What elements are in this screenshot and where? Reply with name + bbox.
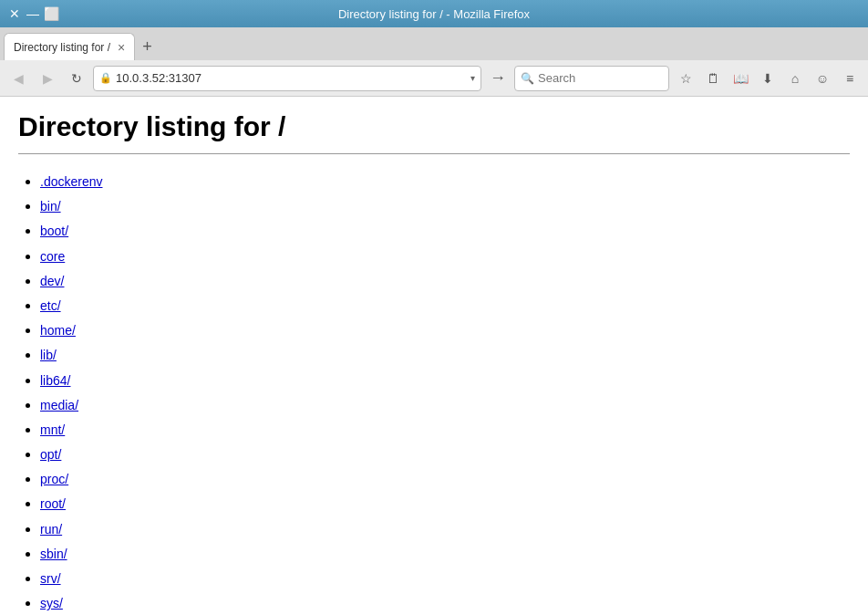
list-item: lib64/ <box>40 368 850 392</box>
dir-link[interactable]: srv/ <box>40 571 61 586</box>
reader-view-button[interactable]: 🗒 <box>700 66 726 91</box>
search-bar: 🔍 <box>514 66 669 91</box>
dir-link[interactable]: bin/ <box>40 199 61 214</box>
list-item: sbin/ <box>40 541 850 566</box>
dir-link[interactable]: sys/ <box>40 596 63 610</box>
window-title: Directory listing for / - Mozilla Firefo… <box>338 7 530 21</box>
search-icon: 🔍 <box>521 72 534 85</box>
home-button[interactable]: ⌂ <box>782 66 808 91</box>
go-button[interactable]: → <box>485 66 511 91</box>
dir-link[interactable]: sbin/ <box>40 547 67 561</box>
list-item: srv/ <box>40 566 850 590</box>
list-item: proc/ <box>40 466 850 491</box>
list-item: dev/ <box>40 268 850 293</box>
list-item: home/ <box>40 318 850 342</box>
list-item: run/ <box>40 516 850 541</box>
list-item: core <box>40 244 850 268</box>
menu-button[interactable]: ≡ <box>837 66 863 91</box>
dir-link[interactable]: lib64/ <box>40 373 70 388</box>
list-item: opt/ <box>40 442 850 466</box>
dir-link[interactable]: home/ <box>40 323 76 338</box>
bookmark-star-button[interactable]: ☆ <box>673 66 698 91</box>
top-divider <box>18 153 850 154</box>
titlebar-controls: ✕ — ⬜ <box>7 6 58 21</box>
forward-button[interactable]: ▶ <box>35 66 60 91</box>
navbar: ◀ ▶ ↻ 🔒 ▾ → 🔍 ☆ 🗒 📖 ⬇ ⌂ ☺ ≡ <box>0 60 868 97</box>
dir-link[interactable]: mnt/ <box>40 422 65 437</box>
dir-link[interactable]: boot/ <box>40 224 68 238</box>
titlebar: ✕ — ⬜ Directory listing for / - Mozilla … <box>0 0 868 27</box>
dir-link[interactable]: proc/ <box>40 472 68 486</box>
active-tab[interactable]: Directory listing for / × <box>4 33 135 60</box>
download-button[interactable]: ⬇ <box>755 66 780 91</box>
lock-icon: 🔒 <box>99 72 112 84</box>
tabbar: Directory listing for / × + <box>0 27 868 60</box>
list-item: boot/ <box>40 218 850 243</box>
dir-link[interactable]: lib/ <box>40 348 57 362</box>
list-item: lib/ <box>40 342 850 367</box>
list-item: bin/ <box>40 193 850 218</box>
directory-list: .dockerenvbin/boot/coredev/etc/home/lib/… <box>18 169 850 615</box>
new-tab-button[interactable]: + <box>137 37 158 57</box>
close-icon[interactable]: ✕ <box>7 6 22 21</box>
dir-link[interactable]: opt/ <box>40 447 61 462</box>
dir-link[interactable]: dev/ <box>40 274 64 288</box>
dir-link[interactable]: core <box>40 249 65 264</box>
list-item: root/ <box>40 491 850 516</box>
minimize-icon[interactable]: — <box>26 6 40 21</box>
address-bar: 🔒 ▾ <box>93 66 481 91</box>
address-dropdown-icon[interactable]: ▾ <box>470 73 475 83</box>
page-title: Directory listing for / <box>18 111 850 142</box>
address-input[interactable] <box>116 71 467 85</box>
list-item: sys/ <box>40 590 850 615</box>
dir-link[interactable]: .dockerenv <box>40 174 102 189</box>
sync-button[interactable]: ☺ <box>810 66 835 91</box>
list-item: media/ <box>40 392 850 417</box>
list-item: mnt/ <box>40 417 850 442</box>
search-input[interactable] <box>538 71 647 85</box>
dir-link[interactable]: root/ <box>40 496 66 511</box>
list-item: .dockerenv <box>40 169 850 193</box>
dir-link[interactable]: run/ <box>40 522 62 537</box>
pocket-button[interactable]: 📖 <box>728 66 753 91</box>
reload-button[interactable]: ↻ <box>64 66 89 91</box>
tab-label: Directory listing for / <box>14 41 110 54</box>
dir-link[interactable]: media/ <box>40 398 78 412</box>
dir-link[interactable]: etc/ <box>40 298 61 313</box>
toolbar-icons: ☆ 🗒 📖 ⬇ ⌂ ☺ ≡ <box>673 66 863 91</box>
list-item: etc/ <box>40 293 850 318</box>
back-button[interactable]: ◀ <box>5 66 31 91</box>
page-content: Directory listing for / .dockerenvbin/bo… <box>0 97 868 615</box>
tab-close-button[interactable]: × <box>118 40 125 55</box>
maximize-icon[interactable]: ⬜ <box>44 6 58 21</box>
